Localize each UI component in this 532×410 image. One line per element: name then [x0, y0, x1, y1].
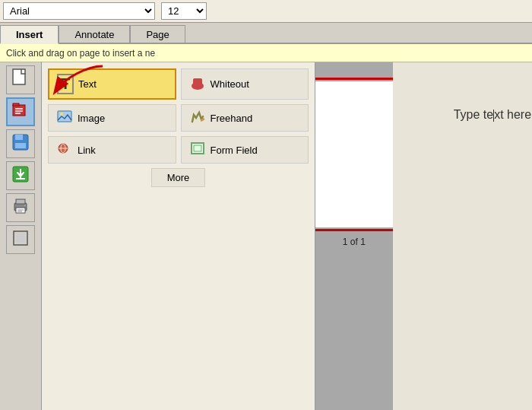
insert-panel: T Text Whiteout [42, 62, 315, 410]
insert-freehand-button[interactable]: Freehand [181, 104, 309, 132]
insert-grid: T Text Whiteout [48, 68, 309, 164]
main-layout: T Text Whiteout [0, 62, 532, 410]
svg-point-19 [24, 205, 26, 206]
svg-rect-8 [15, 135, 23, 140]
svg-rect-3 [13, 103, 19, 106]
print-icon [11, 197, 30, 219]
svg-rect-24 [193, 78, 202, 86]
tab-bar: Insert Annotate Page [0, 23, 532, 44]
page-view-icon [12, 230, 29, 250]
download-icon [11, 165, 30, 187]
svg-point-26 [60, 113, 63, 116]
tab-annotate-label: Annotate [74, 29, 114, 40]
font-size-select[interactable]: 8 10 12 14 16 18 24 [161, 2, 207, 20]
tab-page[interactable]: Page [130, 25, 185, 43]
formfield-icon [189, 141, 206, 159]
svg-rect-21 [16, 234, 25, 243]
page-container: 1 of 1 [315, 78, 393, 247]
insert-text-label: Text [78, 78, 97, 90]
text-icon: T [57, 74, 74, 94]
sidebar-print[interactable] [6, 193, 35, 222]
insert-formfield-button[interactable]: Form Field [181, 136, 309, 164]
insert-whiteout-label: Whiteout [211, 78, 249, 90]
insert-link-label: Link [78, 145, 96, 156]
sidebar-save[interactable] [6, 129, 35, 158]
insert-image-label: Image [78, 113, 105, 124]
placeholder-text-content: Type text here [454, 108, 531, 121]
sidebar [0, 62, 42, 410]
insert-text-button[interactable]: T Text [48, 68, 176, 100]
freehand-icon [189, 109, 206, 127]
right-area: 1 of 1 Type text here [315, 62, 532, 410]
open-doc-icon [11, 101, 30, 123]
placeholder-text: Type text here [454, 108, 531, 122]
svg-rect-32 [194, 145, 201, 151]
svg-rect-2 [13, 105, 25, 116]
sidebar-page-view[interactable] [6, 225, 35, 254]
insert-whiteout-button[interactable]: Whiteout [181, 68, 309, 100]
sidebar-new-doc[interactable] [6, 65, 35, 94]
insert-image-button[interactable]: Image [48, 104, 176, 132]
tab-insert-label: Insert [16, 29, 43, 40]
page-label: 1 of 1 [315, 237, 393, 247]
svg-rect-9 [15, 143, 26, 148]
page-thumbnail [315, 81, 393, 227]
svg-rect-15 [16, 199, 25, 204]
more-button[interactable]: More [151, 168, 206, 187]
svg-rect-0 [13, 69, 25, 84]
image-icon [56, 109, 73, 127]
page-border [315, 78, 393, 231]
insert-formfield-label: Form Field [211, 145, 258, 156]
sidebar-open-doc[interactable] [6, 97, 35, 126]
sidebar-download[interactable] [6, 161, 35, 190]
hint-bar: Click and drag on page to insert a ne [0, 44, 532, 62]
tab-insert[interactable]: Insert [0, 25, 59, 44]
save-icon [11, 133, 30, 155]
insert-freehand-label: Freehand [211, 113, 253, 124]
whiteout-icon [189, 75, 206, 94]
link-icon [56, 141, 73, 159]
more-button-wrap: More [48, 168, 309, 187]
top-toolbar: Arial Times New Roman Courier 8 10 12 14… [0, 0, 532, 23]
insert-link-button[interactable]: Link [48, 136, 176, 164]
new-doc-icon [12, 68, 29, 92]
hint-text: Click and drag on page to insert a ne [6, 48, 155, 59]
tab-page-label: Page [146, 29, 169, 40]
content-area[interactable]: Type text here [393, 62, 532, 410]
tab-annotate[interactable]: Annotate [59, 25, 130, 43]
canvas-area: 1 of 1 [315, 62, 393, 410]
font-name-select[interactable]: Arial Times New Roman Courier [3, 2, 155, 20]
